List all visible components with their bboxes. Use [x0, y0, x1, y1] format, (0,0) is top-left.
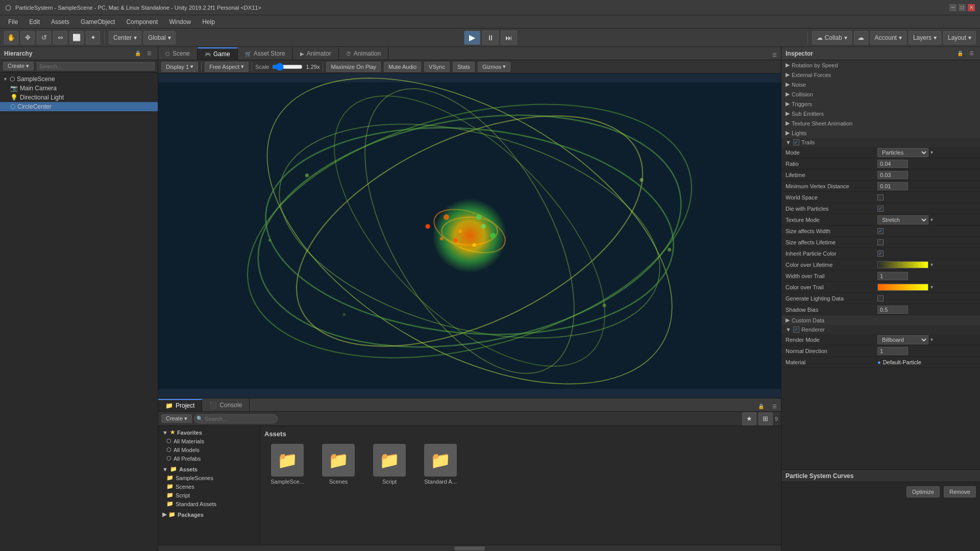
menu-assets[interactable]: Assets: [46, 17, 75, 27]
trails-die-with-particles-checkbox[interactable]: ✓: [877, 206, 884, 212]
close-button[interactable]: ✕: [968, 4, 975, 11]
move-tool[interactable]: ✥: [20, 31, 35, 44]
trails-width-over-trail-input[interactable]: [877, 272, 908, 280]
account-dropdown[interactable]: Account ▾: [870, 31, 906, 44]
all-prefabs-item[interactable]: ⬡ All Prefabs: [158, 454, 260, 463]
color-over-lifetime-arrow[interactable]: ▾: [930, 262, 933, 267]
menu-gameobject[interactable]: GameObject: [76, 17, 120, 27]
gizmos-dropdown[interactable]: Gizmos ▾: [478, 62, 510, 72]
space-dropdown[interactable]: Global ▾: [143, 31, 176, 44]
hierarchy-search-input[interactable]: [37, 62, 155, 70]
maximize-on-play-button[interactable]: Maximize On Play: [326, 62, 381, 72]
tab-project[interactable]: 📁 Project: [158, 399, 202, 411]
asset-item-scenes[interactable]: 📁 Scenes: [315, 442, 361, 487]
trails-mode-select[interactable]: Particles: [877, 148, 928, 157]
maximize-button[interactable]: □: [959, 4, 966, 11]
all-models-item[interactable]: ⬡ All Models: [158, 445, 260, 454]
menu-file[interactable]: File: [3, 17, 23, 27]
bottom-panel-menu[interactable]: ☰: [768, 402, 781, 411]
trails-texture-mode-arrow[interactable]: ▾: [930, 217, 933, 222]
trails-world-space-checkbox[interactable]: [877, 194, 884, 201]
section-renderer[interactable]: ▼ ✓ Renderer: [781, 325, 980, 334]
trails-size-affects-width-checkbox[interactable]: ✓: [877, 228, 884, 234]
assets-favorites-icon[interactable]: ★: [742, 412, 756, 425]
section-triggers[interactable]: ▶ Triggers: [781, 99, 980, 109]
hierarchy-item-main-camera[interactable]: 📷 Main Camera: [0, 84, 158, 93]
bottom-scrollbar[interactable]: [158, 545, 781, 551]
pause-button[interactable]: ⏸: [482, 31, 499, 45]
mute-audio-button[interactable]: Mute Audio: [384, 62, 421, 72]
sample-scenes-item[interactable]: 📁 SampleScenes: [158, 473, 260, 482]
color-over-lifetime-bar[interactable]: [877, 261, 928, 268]
section-sub-emitters[interactable]: ▶ Sub Emitters: [781, 109, 980, 118]
menu-edit[interactable]: Edit: [24, 17, 45, 27]
tab-asset-store[interactable]: 🛒 Asset Store: [238, 47, 293, 60]
minimize-button[interactable]: ─: [949, 4, 957, 11]
section-lights[interactable]: ▶ Lights: [781, 128, 980, 138]
favorites-group[interactable]: ▼ ★ Favorites: [158, 428, 260, 437]
inspector-lock-icon[interactable]: 🔒: [955, 49, 965, 57]
scroll-thumb[interactable]: [454, 546, 485, 550]
game-viewport[interactable]: [158, 73, 781, 398]
aspect-dropdown[interactable]: Free Aspect ▾: [205, 62, 249, 72]
assets-group[interactable]: ▼ 📁 Assets: [158, 465, 260, 473]
remove-button[interactable]: Remove: [944, 486, 976, 497]
trails-mode-arrow[interactable]: ▾: [930, 149, 933, 155]
tab-animation[interactable]: ⏱ Animation: [339, 47, 388, 60]
trails-texture-mode-select[interactable]: Stretch: [877, 215, 928, 224]
trails-inherit-color-checkbox[interactable]: ✓: [877, 251, 884, 257]
section-trails[interactable]: ▼ ✓ Trails: [781, 138, 980, 147]
tab-console[interactable]: ⬛ Console: [202, 399, 250, 411]
asset-item-script[interactable]: 📁 Script: [366, 442, 412, 487]
optimize-button[interactable]: Optimize: [906, 486, 940, 497]
cloud-button[interactable]: ☁: [854, 31, 868, 44]
hierarchy-item-directional-light[interactable]: 💡 Directional Light: [0, 93, 158, 102]
layers-dropdown[interactable]: Layers ▾: [909, 31, 941, 44]
renderer-checkbox[interactable]: ✓: [793, 327, 799, 333]
assets-grid-icon[interactable]: ⊞: [758, 412, 773, 425]
section-texture-sheet[interactable]: ▶ Texture Sheet Animation: [781, 118, 980, 128]
trails-shadow-bias-input[interactable]: [877, 306, 908, 314]
color-over-trail-arrow[interactable]: ▾: [930, 284, 933, 290]
collab-dropdown[interactable]: ☁ Collab ▾: [812, 31, 852, 44]
rect-tool[interactable]: ⬜: [69, 31, 84, 44]
layout-dropdown[interactable]: Layout ▾: [943, 31, 976, 44]
center-panel-menu[interactable]: ☰: [768, 50, 781, 60]
hand-tool[interactable]: ✋: [4, 31, 18, 44]
hierarchy-create-button[interactable]: Create ▾: [3, 62, 34, 70]
play-button[interactable]: ▶: [464, 31, 480, 45]
pivot-dropdown[interactable]: Center ▾: [109, 31, 141, 44]
section-custom-data[interactable]: ▶ Custom Data: [781, 315, 980, 325]
trails-checkbox[interactable]: ✓: [793, 139, 799, 145]
scenes-item[interactable]: 📁 Scenes: [158, 482, 260, 491]
asset-item-standard-assets[interactable]: 📁 Standard A...: [418, 442, 463, 487]
transform-tool[interactable]: ✦: [86, 31, 100, 44]
render-mode-select[interactable]: Billboard: [877, 335, 928, 344]
section-external-forces[interactable]: ▶ External Forces: [781, 70, 980, 80]
bottom-panel-lock[interactable]: 🔒: [754, 402, 768, 411]
tab-scene[interactable]: ⬡ Scene: [158, 47, 198, 60]
stats-button[interactable]: Stats: [453, 62, 475, 72]
display-dropdown[interactable]: Display 1 ▾: [161, 62, 198, 72]
hierarchy-item-circle-center[interactable]: ⬡ CircleCenter: [0, 102, 158, 111]
all-materials-item[interactable]: ⬡ All Materials: [158, 437, 260, 445]
menu-component[interactable]: Component: [121, 17, 163, 27]
hierarchy-menu-icon[interactable]: ☰: [145, 49, 154, 57]
step-button[interactable]: ⏭: [501, 31, 517, 45]
trails-min-vertex-input[interactable]: [877, 182, 908, 190]
menu-help[interactable]: Help: [197, 17, 220, 27]
scale-slider[interactable]: [272, 63, 303, 71]
assets-search-input[interactable]: [194, 414, 278, 423]
rotate-tool[interactable]: ↺: [37, 31, 51, 44]
normal-direction-input[interactable]: [877, 347, 908, 355]
tab-animator[interactable]: ▶ Animator: [293, 47, 339, 60]
hierarchy-lock-icon[interactable]: 🔒: [133, 49, 143, 57]
scale-tool[interactable]: ⇔: [53, 31, 67, 44]
trails-generate-lighting-checkbox[interactable]: [877, 295, 884, 302]
trails-ratio-input[interactable]: [877, 160, 908, 168]
trails-lifetime-input[interactable]: [877, 171, 908, 179]
inspector-menu-icon[interactable]: ☰: [967, 49, 976, 57]
section-rotation-by-speed[interactable]: ▶ Rotation by Speed: [781, 60, 980, 70]
assets-create-button[interactable]: Create ▾: [161, 414, 192, 423]
trails-size-affects-lifetime-checkbox[interactable]: [877, 239, 884, 245]
